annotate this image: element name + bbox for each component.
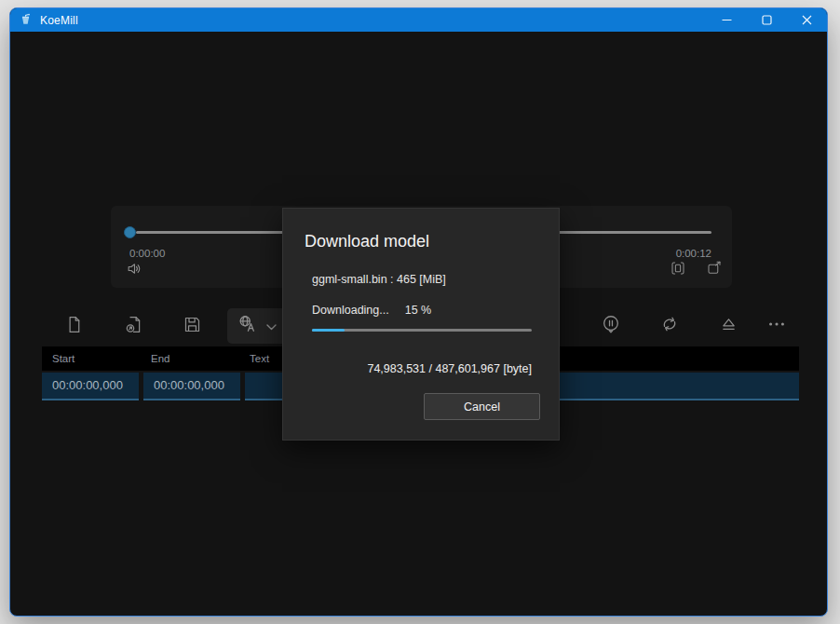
translate-icon (237, 314, 258, 338)
focus-brackets-icon[interactable] (668, 258, 688, 278)
column-header-start[interactable]: Start (42, 346, 141, 371)
volume-icon[interactable] (124, 258, 144, 278)
cancel-button[interactable]: Cancel (424, 393, 540, 420)
chevron-down-icon (266, 318, 277, 334)
column-header-end[interactable]: End (141, 346, 239, 371)
pin-pause-button[interactable] (595, 308, 627, 340)
seek-slider-thumb[interactable] (124, 226, 136, 238)
dialog-progress-bar (312, 329, 532, 332)
popout-icon[interactable] (704, 258, 725, 278)
close-button[interactable] (787, 8, 827, 32)
cell-start[interactable]: 00:00:00,000 (42, 373, 139, 400)
dialog-bytes-label: 74,983,531 / 487,601,967 [byte] (312, 362, 532, 375)
download-model-dialog: Download model ggml-small.bin : 465 [MiB… (282, 208, 560, 441)
dialog-progress-fill (312, 329, 345, 332)
dialog-title: Download model (305, 232, 429, 251)
dialog-status: Downloading... 15 % (312, 304, 431, 317)
dialog-file-info: ggml-small.bin : 465 [MiB] (312, 273, 446, 286)
repeat-button[interactable] (654, 308, 685, 340)
cell-end[interactable]: 00:00:00,000 (143, 373, 240, 400)
eject-button[interactable] (712, 308, 744, 340)
new-file-button[interactable] (58, 308, 89, 340)
dialog-status-label: Downloading... (312, 304, 389, 317)
save-button[interactable] (176, 308, 208, 340)
dialog-percent-label: 15 % (405, 304, 432, 317)
more-options-button[interactable] (761, 308, 793, 340)
window-title: KoeMill (40, 14, 78, 27)
app-logo-mill-icon (19, 13, 33, 27)
maximize-button[interactable] (747, 8, 787, 32)
minimize-button[interactable] (707, 8, 747, 32)
open-file-button[interactable] (117, 308, 149, 340)
app-window: KoeMill 0:00:00 0:00:12 (9, 7, 828, 617)
titlebar[interactable]: KoeMill (10, 8, 827, 32)
